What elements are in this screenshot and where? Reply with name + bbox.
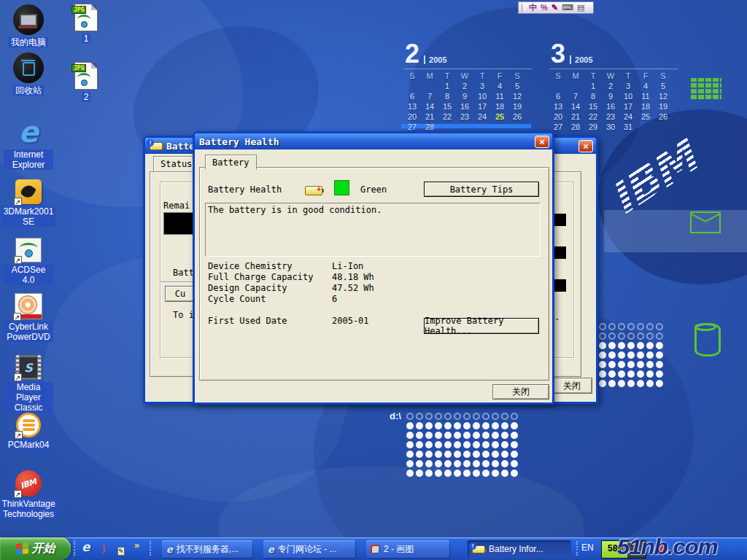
- wallpaper-dot: [435, 451, 442, 458]
- battery-tips-button[interactable]: Battery Tips: [424, 182, 539, 197]
- wallpaper-dot: [454, 422, 461, 429]
- watermark-51nb: 51nb.com: [617, 535, 718, 559]
- language-bar[interactable]: 中 % ✎ ⌨ ▤: [518, 1, 594, 14]
- calendar-year: 2005: [424, 55, 446, 64]
- desktop-icon-pcmark04[interactable]: ↗ PCMark04: [4, 413, 53, 450]
- ime-mode-icon[interactable]: %: [541, 2, 548, 13]
- wallpaper-dot: [618, 323, 625, 330]
- taskbar-task-forum[interactable]: e 专门网论坛 - ...: [263, 540, 355, 558]
- ime-chinese-icon[interactable]: 中: [529, 2, 537, 13]
- keyboard-icon[interactable]: ⌨: [562, 2, 573, 13]
- wallpaper-dot: [416, 470, 423, 477]
- wallpaper-dot: [637, 342, 644, 349]
- health-status-text: Green: [360, 184, 387, 195]
- wallpaper-dot: [425, 441, 433, 448]
- calendar-grid: SMTWTFS123456789101112131415161718192021…: [549, 71, 678, 131]
- calendar-day-cell: [438, 122, 456, 131]
- wallpaper-dot: [482, 451, 489, 458]
- calendar-day-cell: 15: [584, 102, 602, 111]
- wallpaper-dot: [416, 441, 423, 448]
- wallpaper-dot: [511, 451, 518, 458]
- desktop-icon-powerdvd[interactable]: ↗ CyberLink PowerDVD: [4, 293, 53, 342]
- calendar-day-cell: S: [508, 71, 526, 80]
- desktop-icon-acdsee[interactable]: ↗ ACDSee 4.0: [4, 238, 53, 285]
- wallpaper-dot: [492, 441, 499, 448]
- wallpaper-dot: [637, 380, 644, 387]
- wallpaper-dot: [473, 413, 480, 420]
- wallpaper-dot: [637, 323, 644, 330]
- calendar-day-cell: [456, 122, 473, 131]
- calendar-march: 3 2005 SMTWTFS12345678910111213141516171…: [549, 38, 678, 131]
- wallpaper-dot: [501, 413, 508, 420]
- desktop-icon-thinkvantage[interactable]: IBM↗ ThinkVantage Technologies: [4, 470, 53, 519]
- calendar-day-cell: 28: [421, 122, 438, 131]
- desktop-icon-my-computer[interactable]: 我的电脑: [4, 4, 53, 47]
- calendar-day-cell: 21: [567, 112, 584, 121]
- taskbar-task-paint[interactable]: 2 - 画图: [366, 540, 449, 558]
- wallpaper-dot: [463, 451, 471, 458]
- desktop-file-jpg-1[interactable]: JPG 1: [69, 4, 103, 44]
- close-icon[interactable]: ×: [535, 136, 549, 148]
- title-bar[interactable]: Battery Health ×: [195, 133, 552, 149]
- wallpaper-dot: [454, 432, 461, 439]
- ime-pen-icon[interactable]: ✎: [551, 2, 558, 13]
- desktop-icon-internet-explorer[interactable]: e Internet Explorer: [4, 117, 53, 170]
- quick-launch-chevron-icon[interactable]: »: [134, 540, 139, 551]
- calendar-day-cell: 29: [584, 122, 602, 131]
- calendar-day-cell: 26: [654, 112, 672, 121]
- icon-label: ACDSee 4.0: [4, 265, 53, 285]
- wallpaper-dot: [646, 332, 654, 340]
- taskbar-task-battery-information[interactable]: ! Battery Infor...: [468, 540, 571, 558]
- wallpaper-dot: [473, 470, 480, 477]
- wallpaper-dot: [425, 470, 433, 477]
- language-indicator[interactable]: EN: [581, 542, 594, 553]
- calendar-day-cell: F: [637, 71, 654, 80]
- calendar-day-cell: [549, 82, 567, 90]
- ime-menu-icon[interactable]: ▤: [577, 2, 584, 13]
- desktop-icon-3dmark2001[interactable]: ↗ 3DMark2001 SE: [4, 179, 53, 227]
- wallpaper-dot: [435, 413, 442, 420]
- start-button[interactable]: 开始: [0, 537, 71, 560]
- calendar-day-cell: T: [584, 71, 602, 80]
- wallpaper-dot: [599, 342, 606, 349]
- wallpaper-dot: [656, 323, 663, 330]
- drive-label: d:\: [390, 411, 401, 421]
- tab-battery[interactable]: Battery: [205, 155, 257, 170]
- wallpaper-dot: [599, 323, 606, 330]
- wallpaper-dot: [463, 470, 471, 477]
- wallpaper-dot: [627, 351, 635, 359]
- wallpaper-dot: [501, 441, 508, 448]
- quick-launch-ie-icon[interactable]: e: [82, 540, 90, 554]
- desktop-icon-media-player-classic[interactable]: S↗ Media Player Classic: [4, 355, 53, 413]
- calendar-day-cell: [421, 82, 438, 90]
- desktop-file-jpg-2[interactable]: JPG 2: [69, 62, 103, 102]
- close-button[interactable]: 关闭: [492, 384, 549, 400]
- calendar-day-cell: 5: [654, 82, 672, 90]
- calendar-header: 2 2005: [403, 38, 532, 66]
- wallpaper-dot: [406, 441, 414, 448]
- calendar-day-cell: [491, 122, 508, 131]
- health-status-swatch: [334, 180, 349, 195]
- wallpaper-dot: [627, 332, 635, 340]
- show-desktop-icon[interactable]: ✎: [117, 547, 125, 556]
- calendar-day-cell: 12: [508, 92, 526, 101]
- wallpaper-dot: [492, 432, 499, 439]
- current-button-fragment[interactable]: Cu: [165, 286, 196, 302]
- close-icon[interactable]: ×: [578, 140, 593, 152]
- language-bar-handle[interactable]: [522, 4, 525, 12]
- battery-app-icon: !: [150, 142, 163, 150]
- wallpaper-dot: [646, 370, 654, 378]
- calendar-day-cell: 17: [473, 102, 491, 111]
- calendar-day-cell: 14: [421, 102, 438, 111]
- improve-battery-health-button[interactable]: Improve Battery Health...: [424, 318, 539, 334]
- taskbar-task-server-not-found[interactable]: e 找不到服务器,...: [162, 540, 252, 558]
- gauge-segment: [554, 246, 566, 259]
- windows-flag-icon: [16, 542, 28, 555]
- jpg-badge: JPG: [71, 64, 86, 72]
- wallpaper-dot: [511, 441, 518, 448]
- close-button[interactable]: 关闭: [551, 378, 592, 394]
- info-value: 6: [332, 294, 337, 304]
- icon-label: ThinkVantage Technologies: [0, 499, 58, 519]
- wallpaper-dot: [501, 432, 508, 439]
- desktop-icon-recycle-bin[interactable]: 回收站: [4, 52, 53, 96]
